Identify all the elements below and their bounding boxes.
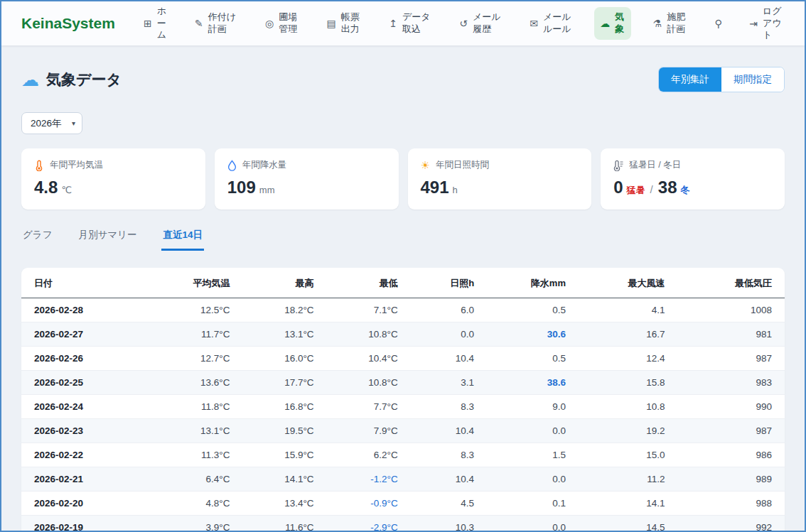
cell-max-temp: 11.6°C — [242, 515, 326, 532]
nav-item-weather[interactable]: ☁ 気象 — [594, 7, 631, 40]
logout-icon: ⇥ — [749, 18, 758, 28]
main-nav: ⊞ ホーム ✎ 作付け計画 ◎ 圃場管理 ▤ 帳票出力 ↥ データ取込 ↺ メー… — [138, 1, 789, 46]
brand-logo[interactable]: KeinaSystem — [21, 15, 115, 32]
cold-days-value: 38 — [658, 178, 677, 198]
col-header-min-temp: 最低 — [327, 268, 411, 298]
cell-rain: 0.0 — [487, 467, 579, 491]
cell-sunshine: 8.3 — [411, 443, 487, 467]
table-header-row: 日付 平均気温 最高 最低 日照h 降水mm 最大風速 最低気圧 — [21, 268, 785, 298]
cell-date: 2026-02-25 — [21, 370, 151, 394]
nav-label-fertilization-plan: 施肥計画 — [667, 11, 687, 36]
tab-monthly-summary[interactable]: 月別サマリー — [77, 229, 138, 251]
nav-label-field-management: 圃場管理 — [279, 11, 299, 36]
nav-label-home: ホーム — [157, 6, 168, 42]
cell-rain: 0.0 — [487, 515, 579, 532]
cell-date: 2026-02-21 — [21, 467, 151, 491]
weather-table: 日付 平均気温 最高 最低 日照h 降水mm 最大風速 最低気圧 2026-02… — [21, 268, 785, 532]
stat-label: 年間日照時間 — [436, 159, 489, 171]
cell-min-pressure: 989 — [678, 467, 785, 491]
nav-item-planting-plan[interactable]: ✎ 作付け計画 — [189, 7, 244, 40]
nav-item-mail-rules[interactable]: ✉ メールルール — [524, 7, 579, 40]
nav-label-mail-history: メール履歴 — [473, 11, 503, 36]
droplet-icon — [227, 160, 237, 171]
nav-label-data-import: データ取込 — [402, 11, 432, 36]
cell-rain: 0.0 — [487, 418, 579, 443]
nav-item-fertilization-plan[interactable]: ⚗ 施肥計画 — [648, 7, 694, 40]
cell-min-temp: -0.9°C — [327, 491, 411, 515]
year-select[interactable]: 2026年 — [21, 112, 82, 134]
period-toggle: 年別集計 期間指定 — [658, 67, 785, 92]
cell-min-pressure: 990 — [678, 394, 785, 418]
col-header-max-wind: 最大風速 — [579, 268, 678, 298]
table-row: 2026-02-24 11.8°C 16.8°C 7.7°C 8.3 9.0 1… — [21, 394, 785, 418]
cell-max-temp: 15.9°C — [242, 443, 326, 467]
cell-max-wind: 10.8 — [579, 394, 678, 418]
cell-avg-temp: 11.3°C — [151, 443, 243, 467]
flask-icon: ⚗ — [653, 18, 662, 28]
cell-avg-temp: 3.9°C — [151, 515, 243, 532]
col-header-rain: 降水mm — [487, 268, 579, 298]
stat-card-hot-cold-days: 猛暑日 / 冬日 0猛暑/38冬 — [601, 148, 785, 210]
page-header: ☁ 気象データ 年別集計 期間指定 — [21, 67, 785, 92]
period-specify-button[interactable]: 期間指定 — [721, 67, 784, 92]
nav-label-weather: 気象 — [615, 11, 625, 36]
table-row: 2026-02-21 6.4°C 14.1°C -1.2°C 10.4 0.0 … — [21, 467, 785, 491]
nav-label-planting-plan: 作付け計画 — [208, 11, 238, 36]
nav-item-field-management[interactable]: ◎ 圃場管理 — [259, 7, 305, 40]
cell-date: 2026-02-20 — [21, 491, 151, 515]
nav-item-key[interactable]: ⚲ — [709, 14, 728, 33]
cell-min-temp: 7.7°C — [327, 394, 411, 418]
target-icon: ◎ — [265, 18, 274, 28]
cell-sunshine: 8.3 — [411, 394, 487, 418]
nav-item-mail-history[interactable]: ↺ メール履歴 — [453, 7, 508, 40]
cell-sunshine: 10.4 — [411, 418, 487, 443]
cell-min-temp: 10.8°C — [327, 322, 411, 346]
cell-min-pressure: 1008 — [678, 298, 785, 322]
table-row: 2026-02-19 3.9°C 11.6°C -2.9°C 10.3 0.0 … — [21, 515, 785, 532]
cell-min-temp: 10.4°C — [327, 346, 411, 370]
yearly-summary-button[interactable]: 年別集計 — [659, 67, 721, 92]
pencil-icon: ✎ — [195, 18, 203, 28]
cell-rain: 1.5 — [487, 443, 579, 467]
cell-max-wind: 16.7 — [579, 322, 678, 346]
cell-min-pressure: 992 — [678, 515, 785, 532]
cell-sunshine: 0.0 — [411, 322, 487, 346]
table-row: 2026-02-26 12.7°C 16.0°C 10.4°C 10.4 0.5… — [21, 346, 785, 370]
stat-label: 猛暑日 / 冬日 — [629, 159, 681, 171]
cell-max-temp: 17.7°C — [242, 370, 326, 394]
nav-item-home[interactable]: ⊞ ホーム — [138, 1, 173, 46]
cell-rain: 9.0 — [487, 394, 579, 418]
cell-sunshine: 10.3 — [411, 515, 487, 532]
nav-label-mail-rules: メールルール — [543, 11, 573, 36]
cell-sunshine: 3.1 — [411, 370, 487, 394]
cell-avg-temp: 13.1°C — [151, 418, 243, 443]
cell-max-temp: 13.1°C — [242, 322, 326, 346]
cell-min-pressure: 987 — [678, 346, 785, 370]
cell-min-pressure: 981 — [678, 322, 785, 346]
nav-item-data-import[interactable]: ↥ データ取込 — [383, 7, 438, 40]
col-header-avg-temp: 平均気温 — [151, 268, 243, 298]
view-tabs: グラフ 月別サマリー 直近14日 — [21, 229, 785, 251]
table-row: 2026-02-22 11.3°C 15.9°C 6.2°C 8.3 1.5 1… — [21, 443, 785, 467]
page-title: 気象データ — [46, 70, 122, 89]
weather-app-window: KeinaSystem ⊞ ホーム ✎ 作付け計画 ◎ 圃場管理 ▤ 帳票出力 … — [0, 0, 806, 532]
stat-value: 491h — [421, 178, 579, 198]
cell-min-pressure: 986 — [678, 443, 785, 467]
table-row: 2026-02-23 13.1°C 19.5°C 7.9°C 10.4 0.0 … — [21, 418, 785, 443]
stat-card-avg-temp: 年間平均気温 4.8℃ — [21, 148, 205, 210]
year-select-wrap: 2026年 ▾ — [21, 112, 82, 134]
nav-item-logout[interactable]: ⇥ ログアウト — [743, 1, 789, 46]
cell-max-temp: 13.4°C — [242, 491, 326, 515]
cell-max-wind: 15.8 — [579, 370, 678, 394]
cell-date: 2026-02-28 — [21, 298, 151, 322]
cell-sunshine: 10.4 — [411, 467, 487, 491]
cell-avg-temp: 6.4°C — [151, 467, 243, 491]
tab-graph[interactable]: グラフ — [21, 229, 53, 251]
nav-item-report-output[interactable]: ▤ 帳票出力 — [321, 7, 367, 40]
cell-min-pressure: 983 — [678, 370, 785, 394]
cell-min-temp: -2.9°C — [327, 515, 411, 532]
tab-recent-14days[interactable]: 直近14日 — [161, 229, 204, 251]
hot-days-value: 0 — [613, 178, 623, 198]
cell-max-wind: 14.1 — [579, 491, 678, 515]
cell-sunshine: 4.5 — [411, 491, 487, 515]
